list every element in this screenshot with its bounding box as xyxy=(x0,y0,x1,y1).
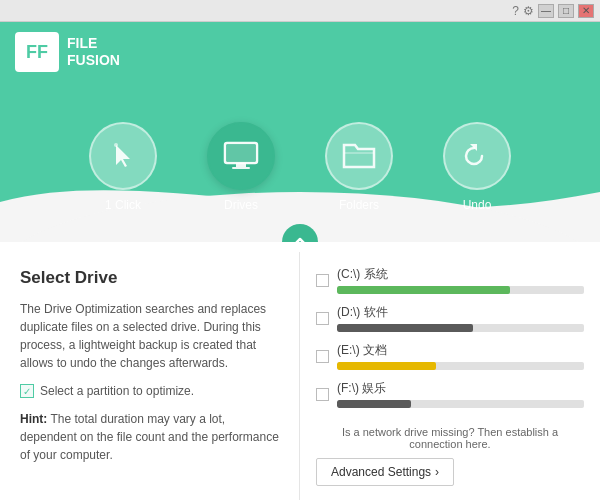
header: FF FILE FUSION 1 Click xyxy=(0,22,600,242)
hint-text: Hint: The total duration may vary a lot,… xyxy=(20,410,279,464)
checkbox-row[interactable]: Select a partition to optimize. xyxy=(20,384,279,398)
drive-bar-fill-1 xyxy=(337,324,473,332)
logo: FF FILE FUSION xyxy=(15,32,120,72)
drive-info-3: (F:\) 娱乐 xyxy=(337,380,584,408)
monitor-icon xyxy=(223,141,259,171)
minimize-button[interactable]: — xyxy=(538,4,554,18)
drive-bar-bg-3 xyxy=(337,400,584,408)
drive-bar-fill-2 xyxy=(337,362,436,370)
nav-circle-folders xyxy=(325,122,393,190)
left-panel: Select Drive The Drive Optimization sear… xyxy=(0,252,300,500)
partition-label: Select a partition to optimize. xyxy=(40,384,194,398)
drive-bar-fill-3 xyxy=(337,400,411,408)
drive-item[interactable]: (E:\) 文档 xyxy=(316,342,584,370)
drive-name-3: (F:\) 娱乐 xyxy=(337,380,584,397)
titlebar: ? ⚙ — □ ✕ xyxy=(0,0,600,22)
help-icon[interactable]: ? xyxy=(512,4,519,18)
nav-item-drives[interactable]: Drives xyxy=(207,122,275,212)
folder-icon xyxy=(342,141,376,171)
chevron-up-icon xyxy=(292,237,308,242)
maximize-button[interactable]: □ xyxy=(558,4,574,18)
logo-text: FILE FUSION xyxy=(67,35,120,69)
logo-box: FF xyxy=(15,32,59,72)
svg-point-0 xyxy=(114,143,118,147)
drive-list: (C:\) 系统 (D:\) 软件 (E:\) 文档 xyxy=(316,266,584,408)
drive-info-2: (E:\) 文档 xyxy=(337,342,584,370)
nav-circle-drives xyxy=(207,122,275,190)
drive-bar-bg-0 xyxy=(337,286,584,294)
drive-bar-fill-0 xyxy=(337,286,510,294)
drive-info-1: (D:\) 软件 xyxy=(337,304,584,332)
partition-checkbox[interactable] xyxy=(20,384,34,398)
drive-name-0: (C:\) 系统 xyxy=(337,266,584,283)
drive-checkbox-2[interactable] xyxy=(316,350,329,363)
settings-icon[interactable]: ⚙ xyxy=(523,4,534,18)
advanced-settings-button[interactable]: Advanced Settings › xyxy=(316,458,454,486)
nav-item-undo[interactable]: Undo xyxy=(443,122,511,212)
titlebar-controls: ? ⚙ — □ ✕ xyxy=(512,4,594,18)
cursor-icon xyxy=(106,139,140,173)
section-title: Select Drive xyxy=(20,268,279,288)
drive-info-0: (C:\) 系统 xyxy=(337,266,584,294)
right-panel: (C:\) 系统 (D:\) 软件 (E:\) 文档 xyxy=(300,252,600,500)
nav-circle-undo xyxy=(443,122,511,190)
nav-row: 1 Click Drives Folders xyxy=(0,122,600,212)
drive-bar-bg-1 xyxy=(337,324,584,332)
drive-name-1: (D:\) 软件 xyxy=(337,304,584,321)
nav-item-one-click[interactable]: 1 Click xyxy=(89,122,157,212)
network-text: Is a network drive missing? Then establi… xyxy=(316,426,584,450)
drive-bar-bg-2 xyxy=(337,362,584,370)
right-bottom: Is a network drive missing? Then establi… xyxy=(316,426,584,486)
drive-name-2: (E:\) 文档 xyxy=(337,342,584,359)
drive-item[interactable]: (C:\) 系统 xyxy=(316,266,584,294)
description-text: The Drive Optimization searches and repl… xyxy=(20,300,279,372)
nav-item-folders[interactable]: Folders xyxy=(325,122,393,212)
drive-checkbox-3[interactable] xyxy=(316,388,329,401)
svg-rect-4 xyxy=(232,167,250,169)
collapse-button[interactable] xyxy=(282,224,318,242)
drive-checkbox-0[interactable] xyxy=(316,274,329,287)
drive-item[interactable]: (F:\) 娱乐 xyxy=(316,380,584,408)
drive-item[interactable]: (D:\) 软件 xyxy=(316,304,584,332)
close-button[interactable]: ✕ xyxy=(578,4,594,18)
chevron-right-icon: › xyxy=(435,465,439,479)
content-area: Select Drive The Drive Optimization sear… xyxy=(0,242,600,500)
svg-rect-2 xyxy=(227,145,255,161)
drive-checkbox-1[interactable] xyxy=(316,312,329,325)
svg-rect-3 xyxy=(236,163,246,167)
undo-icon xyxy=(462,141,492,171)
nav-circle-one-click xyxy=(89,122,157,190)
